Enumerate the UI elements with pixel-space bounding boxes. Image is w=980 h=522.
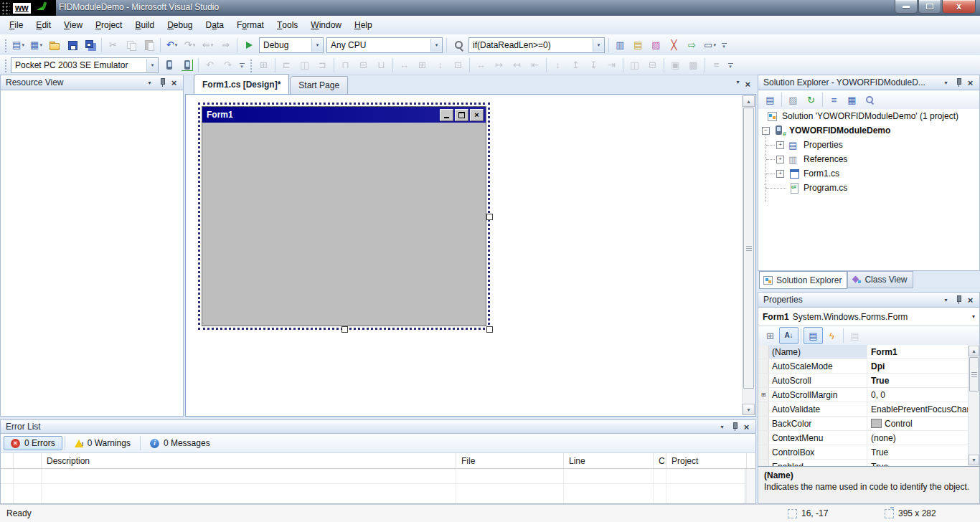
chevron-down-icon[interactable]: ▾ [430,39,442,52]
menu-item-tools[interactable]: Tools [270,16,304,34]
property-row-controlbox[interactable]: ControlBoxTrue [758,445,979,460]
show-all-files-button[interactable]: ▨ [784,92,802,108]
view-code-button[interactable]: ≡ [825,92,843,108]
designed-form[interactable]: Form1 × [202,106,486,326]
menu-item-format[interactable]: Format [230,16,270,34]
tree-item-solution-yoworfidmoduledemo-1-project[interactable]: Solution 'YOWORFIDModuleDemo' (1 project… [758,109,979,123]
window-position-menu-icon[interactable]: ▾ [940,77,952,88]
scroll-up-icon[interactable]: ▲ [743,95,755,107]
window-position-menu-icon[interactable]: ▾ [716,421,728,432]
property-value[interactable]: True [867,460,979,466]
target-device-combo[interactable]: Pocket PC 2003 SE Emulator▾ [11,57,159,73]
save-all-button[interactable] [81,37,99,53]
menu-item-help[interactable]: Help [348,16,379,34]
property-value[interactable]: Form1 [867,345,979,359]
property-value[interactable]: (none) [867,431,979,445]
close-document-icon[interactable]: × [745,79,750,90]
find-in-files-button[interactable] [449,37,467,53]
dock-tab-class-view[interactable]: Class View [847,271,913,288]
property-gutter[interactable]: ⊞ [758,388,769,402]
tree-item-form1-cs[interactable]: +Form1.cs [758,166,979,181]
designer-vertical-scrollbar[interactable]: ▲ ▼ [742,95,755,415]
tree-item-yoworfidmoduledemo[interactable]: −YOWORFIDModuleDemo [758,123,979,138]
tree-item-properties[interactable]: +▤Properties [758,138,979,152]
scroll-down-icon[interactable]: ▼ [743,404,755,415]
property-row-autoscroll[interactable]: AutoScrollTrue [758,374,979,388]
column-header-line[interactable]: Line [564,453,654,468]
property-row-name[interactable]: (Name)Form1 [758,345,979,359]
scroll-up-icon[interactable]: ▲ [969,346,979,356]
properties-scrollbar[interactable]: ▲ ▼ [968,346,979,465]
column-header-project[interactable]: Project [666,453,747,468]
designer-canvas[interactable]: Form1 × ▲ ▼ [185,94,756,417]
toolbox-button[interactable]: ▨ [647,37,665,53]
property-row-autoscrollmargin[interactable]: ⊞AutoScrollMargin0, 0 [758,388,979,402]
toolbar-overflow-icon[interactable]: ▾ [719,37,729,53]
filter-0-errors-button[interactable]: ×0 Errors [4,436,62,450]
tree-item-program-cs[interactable]: Program.cs [758,181,979,195]
pin-icon[interactable] [156,77,168,88]
property-row-contextmenu[interactable]: ContextMenu(none) [758,431,979,445]
minimize-button[interactable] [895,0,918,14]
property-value[interactable]: 0, 0 [867,388,979,402]
column-header-blank[interactable] [14,453,42,468]
expand-icon[interactable]: + [776,156,784,163]
resize-handle-corner[interactable] [486,326,493,333]
chevron-down-icon[interactable]: ▾ [593,39,604,52]
connect-to-device-button[interactable] [178,57,196,73]
view-class-diagram-button[interactable] [861,92,879,108]
property-value[interactable]: EnablePreventFocusChar [867,402,979,416]
new-project-button[interactable]: ▤▾ [9,37,27,53]
restore-button[interactable] [918,0,941,14]
close-icon[interactable]: × [168,77,180,88]
column-header-file[interactable]: File [456,453,564,468]
add-new-item-button[interactable]: ▦▾ [27,37,45,53]
column-header-description[interactable]: Description [42,453,456,468]
window-position-menu-icon[interactable]: ▾ [143,77,156,88]
property-value[interactable]: Control [867,417,979,430]
scrollbar-thumb[interactable] [743,108,754,389]
menu-item-debug[interactable]: Debug [161,16,199,34]
device-options-button[interactable] [160,57,178,73]
command-window-button[interactable]: ▭▾ [701,37,719,53]
expand-icon[interactable]: + [776,141,784,149]
resize-handle-right[interactable] [486,214,493,220]
properties-view-button[interactable]: ▤ [804,327,823,344]
solution-configuration-combo[interactable]: Debug▾ [259,37,324,53]
object-selector-combo[interactable]: Form1 System.Windows.Forms.Form ▾ [758,308,980,326]
close-icon[interactable]: × [964,77,976,88]
scroll-down-icon[interactable]: ▼ [969,455,979,465]
property-value[interactable]: True [867,374,979,387]
menu-item-project[interactable]: Project [89,16,128,34]
close-icon[interactable]: × [964,294,976,305]
start-page-button[interactable]: ⇨ [683,37,701,53]
pin-icon[interactable] [952,77,964,88]
chevron-down-icon[interactable]: ▾ [146,59,158,72]
start-debugging-button[interactable] [240,37,258,53]
refresh-button[interactable]: ↻ [802,92,820,108]
find-combo[interactable]: if(DataReadLen>=0)▾ [468,37,605,53]
properties-window-button[interactable]: ▤ [629,37,647,53]
resize-handle-bottom[interactable] [341,326,348,333]
window-position-menu-icon[interactable]: ▾ [940,294,952,305]
property-row-enabled[interactable]: EnabledTrue [758,460,979,466]
scrollbar-thumb[interactable] [969,357,979,392]
alphabetical-button[interactable]: A↓ [779,327,798,344]
error-list-tool-button[interactable]: ╳ [665,37,683,53]
toolbar-overflow-icon[interactable]: ▾ [725,57,735,73]
tab-start-page[interactable]: Start Page [290,76,348,94]
categorized-button[interactable]: ⊞ [761,328,779,343]
pin-icon[interactable] [728,421,740,432]
open-file-button[interactable] [45,37,63,53]
menu-item-window[interactable]: Window [304,16,348,34]
menu-item-edit[interactable]: Edit [29,16,57,34]
collapse-icon[interactable]: − [762,127,770,135]
menu-item-data[interactable]: Data [199,16,230,34]
tab-form1-cs-design[interactable]: Form1.cs [Design]* [194,74,289,94]
events-view-button[interactable]: ϟ [823,328,841,343]
undo-button[interactable]: ↶▾ [163,37,181,53]
property-value[interactable]: True [867,445,979,459]
save-button[interactable] [63,37,81,53]
property-row-backcolor[interactable]: BackColorControl [758,417,979,431]
column-header-c[interactable]: C [654,453,666,468]
